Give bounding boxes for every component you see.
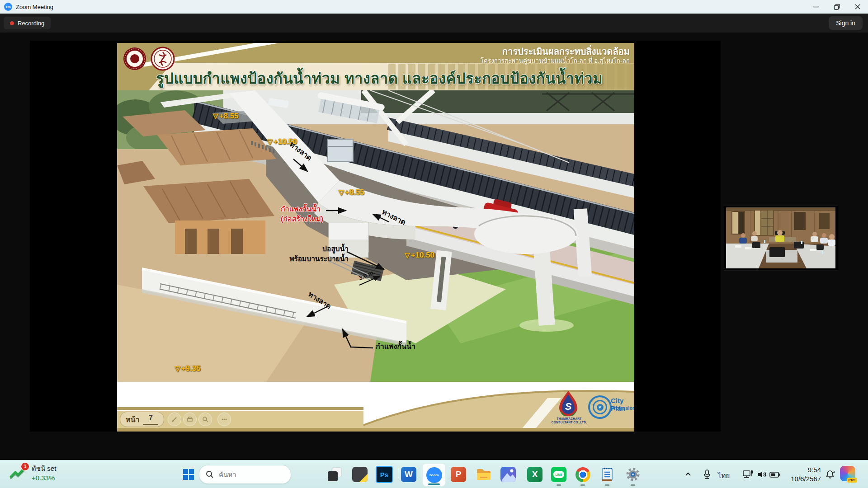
running-indicator (557, 484, 561, 486)
zoom-app-button-active[interactable]: zoom (422, 463, 446, 487)
excel-button[interactable]: X (524, 464, 545, 485)
cityplan-logo-icon: P (588, 395, 612, 419)
bell-dnd-icon: z (826, 469, 836, 480)
slide-footer: หน้า 7 (117, 382, 634, 432)
page-number[interactable]: 7 (143, 414, 158, 425)
sign-in-button[interactable]: Sign in (829, 16, 863, 30)
page-number-field[interactable]: หน้า 7 (120, 412, 164, 427)
participant-video-thumbnail[interactable] (724, 206, 838, 271)
project-title: โครงการสะพานคู่ขนานข้ามแม่น้ำโก-ลก ที่ อ… (481, 57, 630, 65)
photos-button[interactable] (498, 464, 519, 485)
taskbar-search[interactable] (199, 465, 291, 484)
language-indicator[interactable]: ไทย (718, 470, 730, 481)
desktop: zm Zoom Meeting Recording Sign in (0, 0, 868, 488)
window-title: Zoom Meeting (16, 4, 53, 10)
windows-logo-icon (183, 469, 194, 480)
slide-header: การประเมินผลกระทบสิ่งแวดล้อม โครงการสะพา… (117, 43, 634, 90)
meeting-toolbar: Recording Sign in (0, 14, 868, 33)
page-label: หน้า (126, 414, 139, 425)
restore-button[interactable] (826, 0, 847, 14)
microphone-icon (702, 469, 712, 480)
zoom-icon: zoom (426, 467, 442, 483)
elevation-marker: ▽+9.35 (175, 364, 201, 373)
tray-time: 9:54 (785, 465, 821, 474)
header-program-block: การประเมินผลกระทบสิ่งแวดล้อม โครงการสะพา… (481, 46, 630, 65)
powerpoint-button[interactable]: P (448, 464, 469, 485)
copilot-pre-badge: PRE (847, 478, 857, 483)
tray-chevron-button[interactable] (681, 467, 695, 482)
elevation-triangle-icon: ▽ (339, 188, 344, 196)
program-title: การประเมินผลกระทบสิ่งแวดล้อม (481, 46, 630, 57)
meeting-room-video (726, 207, 835, 268)
settings-button[interactable] (623, 464, 643, 485)
settings-gear-icon (625, 467, 641, 482)
close-button[interactable] (847, 0, 868, 14)
photoshop-icon: Ps (376, 466, 393, 483)
widget-badge: 1 (21, 462, 29, 471)
network-tray-button[interactable] (741, 467, 755, 482)
battery-tray-button[interactable] (768, 467, 782, 482)
notepad-button[interactable] (597, 464, 618, 485)
word-button[interactable]: W (398, 464, 419, 485)
notepad-icon (601, 467, 613, 482)
running-indicator (631, 484, 635, 486)
search-input[interactable] (218, 470, 274, 479)
line-icon: LINE (551, 467, 566, 482)
copilot-button[interactable]: PRE (840, 466, 855, 481)
notes-app-icon (352, 467, 368, 482)
chrome-icon (576, 467, 590, 482)
cityplan-logo-sub: Professional (611, 405, 634, 411)
stock-title: ดัชนี set (32, 464, 56, 473)
recording-dot-icon (10, 21, 14, 25)
elevation-triangle-icon: ▽ (175, 365, 180, 372)
new-floodwall-label: กำแพงกั้นน้ำ (ก่อสร้างใหม่) (281, 204, 323, 224)
edit-tool-icon[interactable] (168, 413, 181, 426)
thammachart-logo-text: THAMMACHART CONSULTANT CO.,LTD. (541, 417, 597, 424)
photos-icon (500, 467, 516, 482)
search-icon (206, 470, 214, 479)
elevation-triangle-icon: ▽ (405, 251, 410, 259)
meeting-content-area: การประเมินผลกระทบสิ่งแวดล้อม โครงการสะพา… (0, 33, 868, 460)
speaker-icon (757, 469, 768, 479)
elevation-marker: ▽+8.55 (339, 188, 364, 197)
thammachart-logo-icon: S (557, 390, 580, 417)
clock[interactable]: 9:54 10/6/2567 (785, 465, 821, 483)
battery-icon (769, 470, 781, 479)
search-tool-icon[interactable] (198, 413, 212, 426)
powerpoint-icon: P (451, 467, 466, 482)
svg-text:S: S (565, 401, 572, 412)
stock-change: +0.33% (32, 473, 56, 483)
floodwall-label: กำแพงกั้นน้ำ (376, 342, 415, 352)
recording-label: Recording (18, 20, 44, 27)
widgets-button[interactable]: 1 ดัชนี set +0.33% (9, 464, 56, 483)
active-app-indicator (428, 483, 440, 485)
recording-indicator[interactable]: Recording (4, 17, 51, 29)
task-view-button[interactable] (324, 464, 345, 485)
line-button[interactable]: LINE (548, 464, 569, 485)
start-button[interactable] (178, 464, 199, 485)
task-view-icon (328, 468, 341, 481)
bridge-scene-art (117, 90, 634, 382)
chrome-button[interactable] (572, 464, 593, 485)
notifications-button[interactable]: z (824, 467, 838, 482)
svg-text:z: z (833, 469, 835, 474)
minimize-button[interactable] (806, 0, 826, 14)
word-icon: W (401, 467, 416, 482)
print-tool-icon[interactable] (183, 413, 197, 426)
microphone-tray-button[interactable] (700, 467, 714, 482)
elevation-marker: ▽+8.55 (213, 112, 239, 121)
running-indicator (605, 484, 609, 486)
notes-app-button[interactable] (349, 464, 370, 485)
taskbar: 1 ดัชนี set +0.33% Ps (0, 460, 868, 488)
seal-icon (123, 47, 147, 71)
web-tool-icon[interactable] (217, 413, 231, 426)
elevation-marker: ▽+10.50 (405, 251, 434, 260)
photoshop-button[interactable]: Ps (374, 464, 395, 485)
pump-station-label: บ่อสูบน้ำ พร้อมบานระบายน้ำ (285, 244, 349, 264)
slide-rendering: ▽+8.55 ▽+10.50 ▽+8.55 ▽+10.50 ▽+9.35 ทาง… (117, 90, 634, 382)
file-explorer-button[interactable] (473, 464, 494, 485)
zoom-app-icon: zm (4, 3, 12, 11)
excel-icon: X (527, 467, 542, 482)
window-titlebar: zm Zoom Meeting (0, 0, 868, 14)
running-indicator (580, 484, 585, 486)
